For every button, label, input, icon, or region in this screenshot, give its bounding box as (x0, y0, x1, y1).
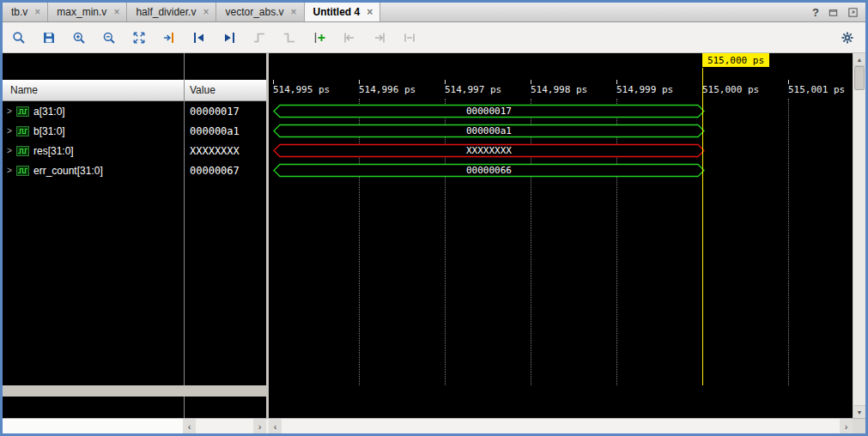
bus-value-label: 00000066 (273, 165, 705, 176)
signal-row-res[interactable]: > res[31:0] XXXXXXXX (3, 141, 266, 160)
close-icon[interactable]: × (34, 7, 40, 17)
signal-list-panel: Name Value > a[31:0] 00000017 > b[31:0] … (3, 53, 266, 418)
wave-window-body: Name Value > a[31:0] 00000017 > b[31:0] … (3, 53, 865, 418)
expand-arrow-icon[interactable]: > (3, 106, 16, 116)
signal-rows: > a[31:0] 00000017 > b[31:0] 000000a1 > … (3, 101, 266, 180)
hscroll-track[interactable] (196, 419, 253, 433)
gridline (531, 99, 531, 385)
expand-arrow-icon[interactable]: > (3, 166, 16, 175)
tab-label: tb.v (11, 6, 27, 18)
scroll-down-icon[interactable]: ▼ (853, 405, 865, 418)
next-edge-icon[interactable] (282, 30, 297, 45)
gridline (359, 99, 360, 385)
time-tick-label: 514,997 ps (445, 84, 501, 95)
float-window-icon[interactable] (828, 7, 839, 18)
signal-value: 00000017 (190, 106, 240, 118)
column-header-name: Name (10, 84, 38, 96)
gridline (616, 99, 617, 385)
bus-value-label: XXXXXXXX (273, 145, 705, 156)
zoom-in-icon[interactable] (71, 30, 87, 45)
time-tick-label: 514,999 ps (616, 84, 673, 95)
panel-splitter[interactable] (266, 53, 269, 418)
close-icon[interactable]: × (113, 7, 119, 17)
vertical-scrollbar[interactable]: ▲ ▼ (853, 53, 865, 418)
tab-vector-abs-v[interactable]: vector_abs.v × (216, 3, 304, 21)
cursor-line[interactable] (702, 68, 703, 385)
tab-tb-v[interactable]: tb.v × (3, 3, 48, 21)
wave-toolbar (3, 22, 865, 53)
tab-label: max_min.v (57, 6, 106, 18)
time-tick-label: 514,996 ps (359, 84, 416, 95)
time-tick-label: 515,000 ps (702, 84, 759, 95)
tab-untitled-4[interactable]: Untitled 4 × (305, 3, 381, 21)
close-icon[interactable]: × (367, 7, 373, 17)
name-value-divider[interactable] (184, 53, 185, 418)
signal-icon (16, 166, 29, 176)
add-marker-icon[interactable] (312, 30, 327, 45)
tab-max-min-v[interactable]: max_min.v × (48, 3, 127, 21)
hscroll-track[interactable] (282, 419, 840, 433)
signal-list-header: Name Value (3, 80, 266, 101)
zoom-range-icon[interactable] (402, 30, 417, 45)
close-icon[interactable]: × (203, 7, 209, 17)
previous-transition-icon[interactable] (191, 30, 207, 45)
scroll-right-icon[interactable]: › (253, 419, 266, 433)
vertical-scroll-thumb[interactable] (854, 66, 865, 90)
time-tick-label: 515,001 ps (788, 84, 845, 95)
tab-label: vector_abs.v (225, 6, 283, 18)
wave-bus-b: 000000a1 (273, 124, 705, 138)
signal-row-err-count[interactable]: > err_count[31:0] 00000067 (3, 160, 266, 180)
tab-bar: tb.v × max_min.v × half_divider.v × vect… (3, 3, 865, 22)
close-icon[interactable]: × (291, 7, 297, 17)
waveform-window: tb.v × max_min.v × half_divider.v × vect… (0, 0, 868, 436)
signal-value: XXXXXXXX (190, 145, 240, 157)
tabbar-controls: ? (812, 3, 865, 21)
bottom-left-spacer (3, 419, 183, 433)
scroll-right-icon[interactable]: › (840, 419, 853, 433)
signal-name: b[31:0] (33, 125, 65, 137)
expand-arrow-icon[interactable]: > (3, 126, 16, 136)
help-icon[interactable]: ? (812, 6, 819, 19)
scrollbar-corner (853, 419, 865, 433)
wave-panel-hscrollbar[interactable]: ‹ › (269, 419, 853, 433)
gridline (788, 99, 789, 385)
tab-label: Untitled 4 (313, 6, 361, 18)
cursor-time-label[interactable]: 515,000 ps (702, 53, 769, 67)
tab-label: half_divider.v (136, 6, 196, 18)
zoom-fit-icon[interactable] (131, 30, 147, 45)
signal-name: a[31:0] (33, 106, 65, 118)
signal-value: 000000a1 (190, 125, 240, 137)
settings-gear-icon[interactable] (840, 30, 855, 45)
signal-value: 00000067 (190, 165, 240, 177)
expand-arrow-icon[interactable]: > (3, 146, 16, 155)
signal-icon (16, 126, 29, 136)
bottom-scroll-area: ‹ › ‹ › (3, 418, 865, 433)
next-transition-icon[interactable] (222, 30, 237, 45)
signal-name: res[31:0] (33, 145, 74, 157)
gridline (445, 99, 446, 385)
scroll-up-icon[interactable]: ▲ (853, 53, 865, 66)
time-tick-label: 514,995 ps (273, 84, 330, 95)
maximize-icon[interactable] (847, 7, 859, 18)
goto-time-end-icon[interactable] (372, 30, 387, 45)
signal-icon (16, 146, 29, 156)
bus-value-label: 000000a1 (273, 125, 705, 136)
tab-half-divider-v[interactable]: half_divider.v × (127, 3, 216, 21)
zoom-to-cursor-icon[interactable] (161, 30, 177, 45)
scroll-left-icon[interactable]: ‹ (183, 419, 196, 433)
waveform-canvas[interactable]: 514,995 ps 514,996 ps 514,997 ps 514,998… (269, 53, 853, 418)
signal-row-b[interactable]: > b[31:0] 000000a1 (3, 121, 266, 141)
zoom-out-icon[interactable] (101, 30, 117, 45)
wave-bus-res: XXXXXXXX (273, 143, 705, 158)
previous-edge-icon[interactable] (252, 30, 267, 45)
search-icon[interactable] (11, 30, 27, 45)
bus-value-label: 00000017 (273, 106, 705, 117)
goto-time-start-icon[interactable] (342, 30, 357, 45)
save-waveform-icon[interactable] (41, 30, 57, 45)
wave-bus-a: 00000017 (273, 104, 705, 118)
column-header-value: Value (190, 84, 215, 96)
wave-bus-err-count: 00000066 (273, 163, 705, 178)
name-panel-hscrollbar[interactable]: ‹ › (183, 419, 266, 433)
signal-row-a[interactable]: > a[31:0] 00000017 (3, 101, 266, 121)
scroll-left-icon[interactable]: ‹ (269, 419, 282, 433)
